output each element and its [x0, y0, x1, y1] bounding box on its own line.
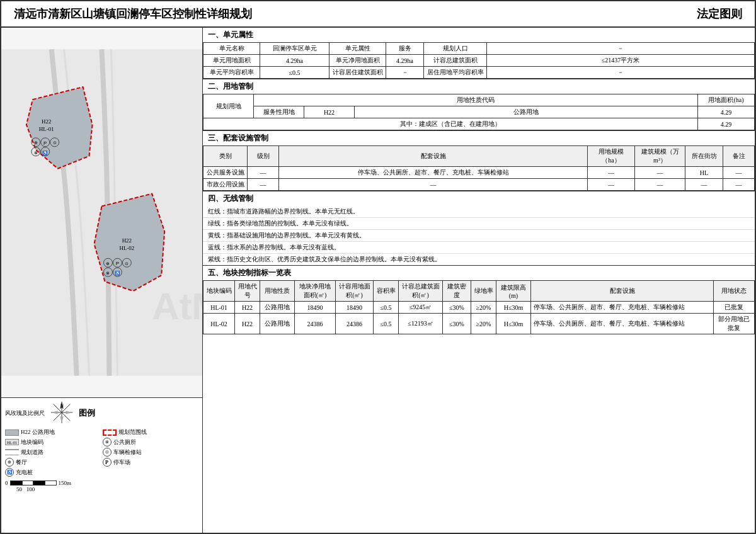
svg-text:♿: ♿ [42, 150, 48, 156]
table-row: HL-02 H22 公路用地 24386 24386 ≤0.5 ≤12193㎡ … [203, 314, 755, 334]
svg-text:⊕: ⊕ [34, 140, 38, 145]
legend-label-carrepair: 车辆检修站 [113, 448, 142, 457]
scale-seg-4 [45, 481, 56, 485]
table-row: 单元用地面积 4.29ha 单元净用地面积 4.29ha 计容总建筑面积 ≤21… [203, 55, 755, 67]
range-line-symbol [103, 429, 117, 436]
scale-bar: 0 150m [5, 480, 198, 486]
table-row: 公共服务设施 — 停车场、公共厕所、超市、餐厅、充电桩、车辆检修站 — — HL… [203, 167, 755, 179]
line-purple: 紫线：指历史文化街区、优秀历史建筑及文保单位的边界控制线。本单元没有紫线。 [203, 254, 755, 265]
parking-icon: P [103, 458, 112, 467]
table-header-row: 类别 级别 配套设施 用地规模（ha） 建筑规模（万m²） 所在街坊 备注 [203, 146, 755, 167]
section-1: 一、单元属性 单元名称 回澜停车区单元 单元属性 服务 规划人口 － 单元用地面… [203, 28, 755, 79]
scale-label: 150m [59, 480, 72, 486]
line-yellow: 黄线：指基础设施用地的边界控制线。本单元没有黄线。 [203, 230, 755, 242]
page-title: 清远市清新区山塘镇回澜停车区控制性详细规划 [14, 6, 252, 21]
svg-text:H22: H22 [122, 237, 132, 244]
table-row: 规划用地 用地性质代码 用地面积(ha) [203, 94, 755, 106]
header-right-label: 法定图则 [697, 6, 742, 21]
wind-rose: N [50, 401, 74, 426]
legend-item-block: HL-01 地块编码 [5, 438, 101, 446]
section-5-table: 地块编码 用地代号 用地性质 地块净用地面积(㎡) 计容用地面积(㎡) 容积率 … [203, 280, 755, 334]
svg-text:P: P [43, 140, 47, 146]
scale-seg-2 [22, 481, 33, 485]
h22-color-box [5, 429, 19, 436]
legend-label-toilet: 公共厕所 [113, 438, 136, 446]
legend-item-carrepair: ⊙ 车辆检修站 [103, 448, 199, 457]
map-canvas: H22 HL-01 ⊕ P ⊙ ⊗ ♿ [1, 28, 202, 397]
section-2-title: 二、用地管制 [203, 79, 755, 94]
legend-title: 图例 [79, 407, 95, 419]
header: 清远市清新区山塘镇回澜停车区控制性详细规划 法定图则 [1, 1, 755, 28]
page: 清远市清新区山塘镇回澜停车区控制性详细规划 法定图则 [0, 0, 756, 534]
main-content: H22 HL-01 ⊕ P ⊙ ⊗ ♿ [1, 28, 755, 533]
svg-text:H22: H22 [42, 118, 51, 125]
svg-text:P: P [116, 261, 119, 266]
section-1-title: 一、单元属性 [203, 28, 755, 42]
table-row: 市政公用设施 — — — — — — [203, 179, 755, 191]
restaurant-icon: ⊕ [5, 458, 14, 467]
section-5-table-wrap: 地块编码 用地代号 用地性质 地块净用地面积(㎡) 计容用地面积(㎡) 容积率 … [203, 280, 755, 533]
svg-text:⊗: ⊗ [34, 151, 38, 155]
legend-label-block: 地块编码 [21, 438, 43, 446]
legend-label-charge: 充电桩 [16, 469, 33, 477]
right-content: 一、单元属性 单元名称 回澜停车区单元 单元属性 服务 规划人口 － 单元用地面… [203, 28, 755, 533]
line-green: 绿线：指各类绿地范围的控制线。本单元没有绿线。 [203, 218, 755, 230]
section-5-title: 五、地块控制指标一览表 [203, 266, 755, 280]
table-header-row: 地块编码 用地代号 用地性质 地块净用地面积(㎡) 计容用地面积(㎡) 容积率 … [203, 281, 755, 302]
line-blue: 蓝线：指水系的边界控制线。本单元没有蓝线。 [203, 242, 755, 254]
legend-grid: H22 公路用地 规划范围线 HL-01 地块编码 ⊗ 公共厕所 [5, 428, 198, 477]
line-red: 红线：指城市道路路幅的边界控制线。本单元无红线。 [203, 206, 755, 218]
legend-area: 风玫瑰及比例尺 N [1, 397, 202, 533]
section-3: 三、配套设施管制 类别 级别 配套设施 用地规模（ha） 建筑规模（万m²） 所… [203, 131, 755, 191]
legend-item-charge: ♿ 充电桩 [5, 468, 101, 477]
svg-text:HL-01: HL-01 [39, 126, 54, 132]
carrepair-icon: ⊙ [103, 448, 112, 457]
svg-text:♿: ♿ [115, 270, 120, 276]
section-2-table: 规划用地 用地性质代码 用地面积(ha) 服务性用地 H22 公路用地 4.29… [203, 94, 755, 130]
svg-text:⊕: ⊕ [106, 261, 110, 266]
section-5: 五、地块控制指标一览表 地块编码 用地代号 用地性质 地块净用地面积(㎡) 计容… [203, 266, 755, 533]
svg-text:N: N [60, 403, 64, 407]
wind-rose-label: 风玫瑰及比例尺 [5, 409, 45, 418]
legend-item-toilet: ⊗ 公共厕所 [103, 438, 199, 446]
section-4-lines: 红线：指城市道路路幅的边界控制线。本单元无红线。 绿线：指各类绿地范围的控制线。… [203, 206, 755, 265]
legend-item-h22: H22 公路用地 [5, 428, 101, 436]
section-4-title: 四、无线管制 [203, 191, 755, 206]
legend-label-parking: 停车场 [113, 458, 130, 467]
svg-text:⊙: ⊙ [125, 261, 129, 266]
scale-seg-1 [11, 481, 22, 485]
section-3-title: 三、配套设施管制 [203, 131, 755, 145]
legend-label-road: 规划道路 [21, 448, 43, 457]
table-row: HL-01 H22 公路用地 18490 18490 ≤0.5 ≤9245㎡ ≤… [203, 302, 755, 314]
svg-text:⊗: ⊗ [106, 271, 110, 275]
svg-text:⊙: ⊙ [53, 140, 57, 145]
table-row: 其中：建成区（含已建、在建用地） 4.29 [203, 118, 755, 130]
legend-label-restaurant: 餐厅 [16, 458, 27, 467]
legend-item-parking: P 停车场 [103, 458, 199, 467]
legend-item-road: 规划道路 [5, 448, 101, 457]
table-row: 单元名称 回澜停车区单元 单元属性 服务 规划人口 － [203, 43, 755, 55]
legend-item-restaurant: ⊕ 餐厅 [5, 458, 101, 467]
section-2: 二、用地管制 规划用地 用地性质代码 用地面积(ha) 服务性用地 H22 公路… [203, 79, 755, 131]
map-area: H22 HL-01 ⊕ P ⊙ ⊗ ♿ [1, 28, 203, 533]
road-symbol [5, 449, 19, 455]
charge-icon: ♿ [5, 468, 14, 477]
legend-item-range: 规划范围线 [103, 428, 199, 436]
block-symbol: HL-01 [5, 439, 19, 445]
scale-zero: 0 [5, 480, 8, 486]
section-1-table: 单元名称 回澜停车区单元 单元属性 服务 规划人口 － 单元用地面积 4.29h… [203, 42, 755, 79]
scale-seg-3 [33, 481, 45, 485]
section-4: 四、无线管制 红线：指城市道路路幅的边界控制线。本单元无红线。 绿线：指各类绿地… [203, 191, 755, 266]
legend-label-range: 规划范围线 [118, 428, 147, 436]
legend-label-h22: H22 公路用地 [21, 428, 55, 436]
svg-text:AtM: AtM [152, 285, 202, 327]
map-svg: H22 HL-01 ⊕ P ⊙ ⊗ ♿ [1, 28, 202, 397]
scale-numbers: 50 100 [16, 486, 198, 492]
svg-text:HL-02: HL-02 [119, 245, 134, 251]
section-3-table: 类别 级别 配套设施 用地规模（ha） 建筑规模（万m²） 所在街坊 备注 公共… [203, 145, 755, 191]
table-row: 单元平均容积率 ≤0.5 计容居住建筑面积 － 居住用地平均容积率 － [203, 67, 755, 79]
table-row: 服务性用地 H22 公路用地 4.29 [203, 106, 755, 118]
toilet-icon: ⊗ [103, 438, 112, 446]
